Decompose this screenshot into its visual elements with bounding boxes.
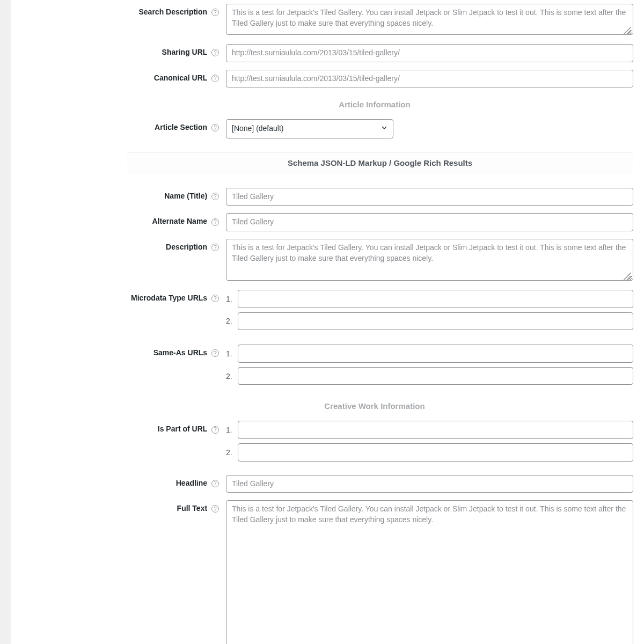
label-headline: Headline ? xyxy=(116,475,223,487)
help-icon[interactable]: ? xyxy=(211,49,219,56)
help-icon[interactable]: ? xyxy=(211,295,219,302)
row-description: Description ? xyxy=(116,235,633,286)
label-microdata-urls: Microdata Type URLs ? xyxy=(116,290,223,302)
label-sharing-url: Sharing URL ? xyxy=(116,44,223,56)
subheader-creative-work: Creative Work Information xyxy=(116,389,633,417)
label-is-part-of-url: Is Part of URL ? xyxy=(116,421,223,433)
headline-input[interactable] xyxy=(226,475,633,493)
page-left-gutter xyxy=(0,0,11,644)
row-full-text: Full Text ? xyxy=(116,496,633,644)
help-icon[interactable]: ? xyxy=(211,9,219,16)
row-headline: Headline ? xyxy=(116,465,633,497)
chevron-down-icon xyxy=(376,123,393,134)
help-icon[interactable]: ? xyxy=(211,480,219,487)
row-alternate-name: Alternate Name ? xyxy=(116,209,633,235)
canonical-url-input[interactable] xyxy=(226,70,633,88)
header-schema: Schema JSON-LD Markup / Google Rich Resu… xyxy=(127,152,633,173)
list-item: 2. xyxy=(226,367,633,385)
help-icon[interactable]: ? xyxy=(211,426,219,434)
help-icon[interactable]: ? xyxy=(211,349,219,357)
is-part-of-url-input-1[interactable] xyxy=(238,421,633,439)
label-name-title: Name (Title) ? xyxy=(116,188,223,200)
search-description-textarea[interactable] xyxy=(226,4,633,35)
sharing-url-input[interactable] xyxy=(226,44,633,62)
row-canonical-url: Canonical URL ? xyxy=(116,66,633,92)
row-name-title: Name (Title) ? xyxy=(116,184,633,210)
list-item: 1. xyxy=(226,290,633,308)
alternate-name-input[interactable] xyxy=(226,213,633,231)
list-item: 2. xyxy=(226,312,633,331)
label-search-description: Search Description ? xyxy=(116,4,223,16)
label-alternate-name: Alternate Name ? xyxy=(116,213,223,225)
label-same-as-urls: Same-As URLs ? xyxy=(116,345,223,357)
microdata-url-input-2[interactable] xyxy=(238,312,633,331)
row-same-as-urls: Same-As URLs ? 1. 2. xyxy=(116,334,633,389)
row-sharing-url: Sharing URL ? xyxy=(116,40,633,66)
help-icon[interactable]: ? xyxy=(211,124,219,131)
row-is-part-of-url: Is Part of URL ? 1. 2. xyxy=(116,417,633,465)
list-item: 2. xyxy=(226,443,633,462)
is-part-of-url-input-2[interactable] xyxy=(238,443,633,462)
microdata-url-input-1[interactable] xyxy=(238,290,633,308)
label-article-section: Article Section ? xyxy=(116,119,223,131)
label-canonical-url: Canonical URL ? xyxy=(116,70,223,82)
label-description: Description ? xyxy=(116,239,223,251)
row-article-section: Article Section ? [None] (default) xyxy=(116,115,633,142)
same-as-url-input-2[interactable] xyxy=(238,367,633,385)
help-icon[interactable]: ? xyxy=(211,244,219,251)
help-icon[interactable]: ? xyxy=(211,75,219,82)
label-full-text: Full Text ? xyxy=(116,500,223,513)
sidebar-spacer xyxy=(11,0,116,644)
help-icon[interactable]: ? xyxy=(211,505,219,513)
list-item: 1. xyxy=(226,421,633,439)
row-microdata-urls: Microdata Type URLs ? 1. 2. xyxy=(116,286,633,334)
same-as-url-input-1[interactable] xyxy=(238,345,633,363)
help-icon[interactable]: ? xyxy=(211,193,219,200)
subheader-article-info: Article Information xyxy=(116,91,633,115)
name-title-input[interactable] xyxy=(226,188,633,206)
help-icon[interactable]: ? xyxy=(211,218,219,226)
row-search-description: Search Description ? xyxy=(116,0,633,40)
description-textarea[interactable] xyxy=(226,239,633,281)
article-section-select[interactable]: [None] (default) xyxy=(226,119,393,138)
list-item: 1. xyxy=(226,345,633,363)
full-text-textarea[interactable] xyxy=(226,500,633,644)
main-panel: Search Description ? Sharing URL ? xyxy=(116,0,644,644)
